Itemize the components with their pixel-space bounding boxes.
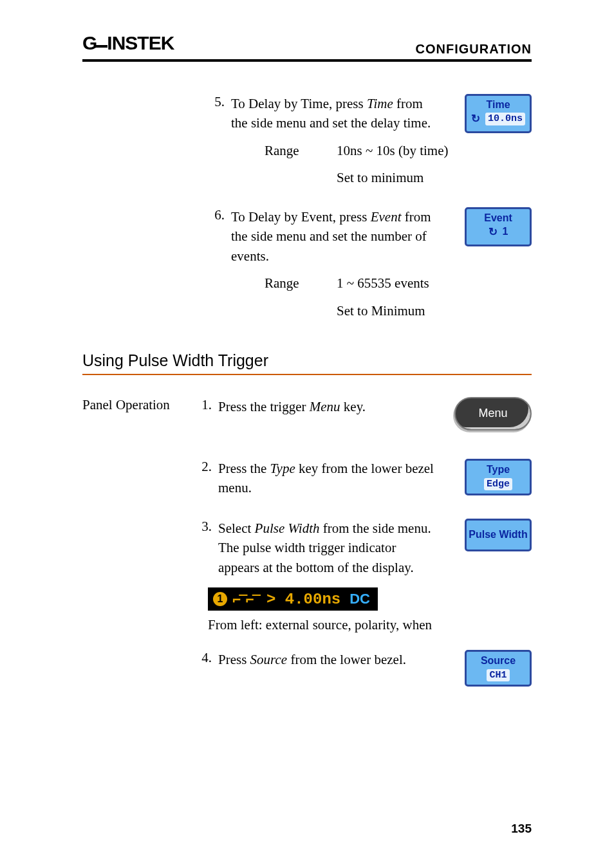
range-row: Range 10ns ~ 10s (by time) xyxy=(195,141,532,160)
page-number: 135 xyxy=(511,822,532,836)
step-number: 1. xyxy=(195,397,212,430)
softkey-label: Event xyxy=(468,212,528,225)
trigger-indicator: 1 ⌐‾⌐‾ > 4.00ns DC xyxy=(208,587,378,611)
menu-hardkey: Menu xyxy=(454,397,532,430)
step-text: To Delay by Time, press Time from the si… xyxy=(231,94,442,133)
pw-step-2: 2. Press the Type key from the lower bez… xyxy=(195,459,532,498)
softkey-label: Pulse Width xyxy=(468,528,528,542)
header-section: CONFIGURATION xyxy=(416,42,532,57)
step-5: 5. To Delay by Time, press Time from the… xyxy=(195,94,532,133)
step-number: 2. xyxy=(195,459,212,498)
step-text: Press the Type key from the lower bezel … xyxy=(218,459,442,498)
knob-icon: ↻ xyxy=(471,112,480,126)
step-number: 4. xyxy=(195,650,212,687)
knob-icon: ↻ xyxy=(488,225,498,239)
indicator-caption: From left: external source, polarity, wh… xyxy=(208,617,532,633)
panel-operation-label: Panel Operation xyxy=(82,397,195,692)
indicator-source: 1 xyxy=(213,592,227,606)
step-text: Select Pulse Width from the side menu. T… xyxy=(218,519,442,577)
step-number: 6. xyxy=(195,207,225,266)
indicator-when: > 4.00ns xyxy=(259,591,344,608)
softkey-label: Type xyxy=(468,463,528,477)
brand-logo: G INSTEK xyxy=(82,32,174,57)
indicator-polarity-icon: ⌐‾⌐‾ xyxy=(232,591,259,608)
page-header: G INSTEK CONFIGURATION xyxy=(82,32,532,62)
event-softkey: Event ↻ 1 xyxy=(465,207,532,246)
softkey-label: Time xyxy=(468,98,528,112)
step-number: 3. xyxy=(195,519,212,577)
range-row: Range 1 ~ 65535 events xyxy=(195,273,532,293)
pw-step-3: 3. Select Pulse Width from the side menu… xyxy=(195,519,532,577)
step-6: 6. To Delay by Event, press Event from t… xyxy=(195,207,532,266)
step-text: Press the trigger Menu key. xyxy=(218,397,442,430)
type-softkey: Type Edge xyxy=(465,459,532,495)
softkey-value: Edge xyxy=(484,478,512,491)
softkey-value: 1 xyxy=(503,225,508,239)
time-softkey: Time ↻ 10.0ns xyxy=(465,94,532,133)
section-heading: Using Pulse Width Trigger xyxy=(82,351,532,375)
pw-step-4: 4. Press Source from the lower bezel. So… xyxy=(195,650,532,687)
source-softkey: Source CH1 xyxy=(465,650,532,687)
indicator-coupling: DC xyxy=(344,591,375,607)
step-number: 5. xyxy=(195,94,225,133)
softkey-value: CH1 xyxy=(487,669,509,682)
pulsewidth-softkey: Pulse Width xyxy=(465,519,532,551)
softkey-label: Source xyxy=(468,654,528,668)
softkey-value: 10.0ns xyxy=(485,113,525,125)
step-text: Press Source from the lower bezel. xyxy=(218,650,442,687)
pw-step-1: 1. Press the trigger Menu key. Menu xyxy=(195,397,532,430)
step-text: To Delay by Event, press Event from the … xyxy=(231,207,442,266)
